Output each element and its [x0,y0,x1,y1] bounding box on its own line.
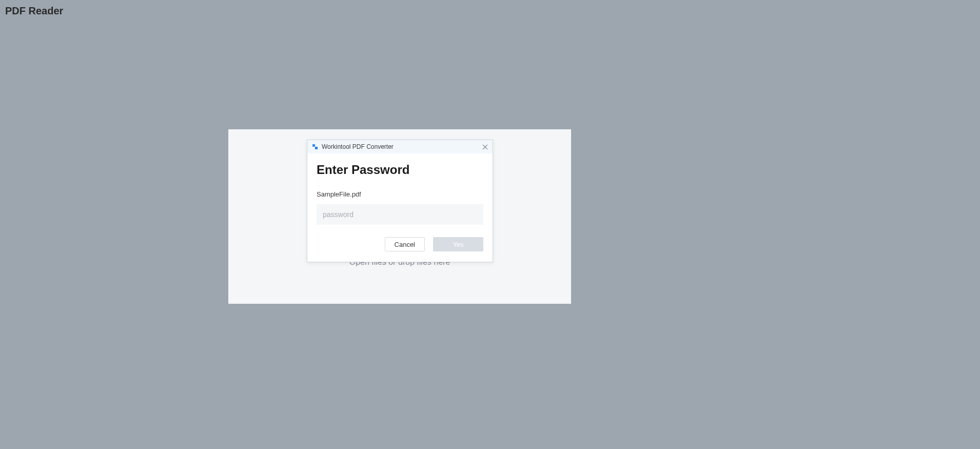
app-logo-icon [311,143,319,150]
password-input[interactable] [317,204,483,225]
dialog-buttons: Cancel Yes [317,237,483,251]
yes-button[interactable]: Yes [433,237,483,251]
dialog-titlebar-text: Workintool PDF Converter [322,143,394,150]
dialog-titlebar: Workintool PDF Converter [307,140,493,153]
svg-rect-0 [312,144,315,147]
close-button[interactable] [480,142,489,151]
close-icon [482,144,488,150]
dialog-heading: Enter Password [317,163,483,177]
dialog-body: Enter Password SampleFile.pdf Cancel Yes [307,153,493,262]
cancel-button[interactable]: Cancel [385,237,425,251]
password-dialog: Workintool PDF Converter Enter Password … [307,140,493,262]
page-title: PDF Reader [5,5,63,17]
filename-label: SampleFile.pdf [317,190,483,198]
